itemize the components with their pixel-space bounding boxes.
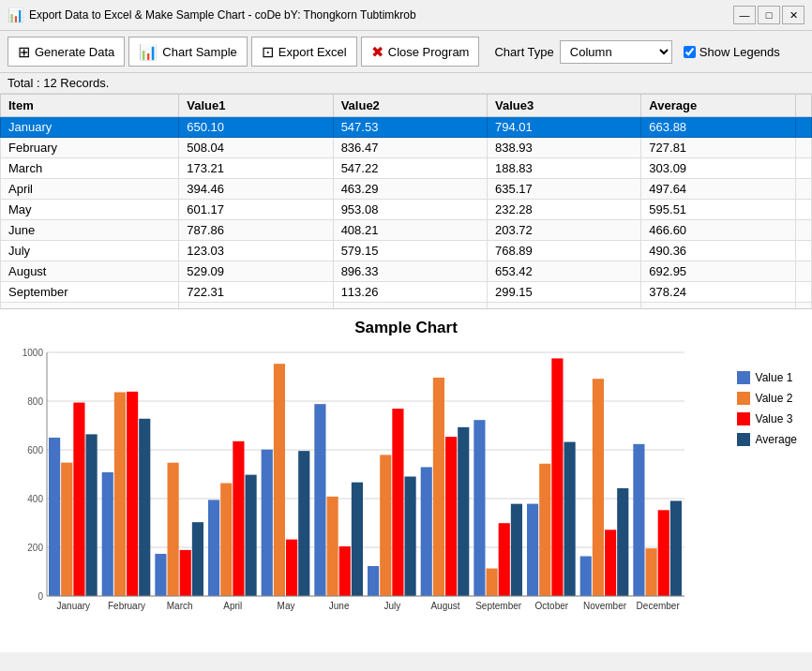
title-bar: 📊 Export Data to Excel & Make Sample Cha… <box>0 0 812 31</box>
export-icon: ⊡ <box>262 43 274 61</box>
table-cell-avg: 595.51 <box>641 200 795 220</box>
table-cell-v1: 722.31 <box>179 282 333 303</box>
table-cell-spacer <box>795 303 811 310</box>
svg-text:November: November <box>583 601 627 611</box>
table-row[interactable]: January650.10547.53794.01663.88 <box>1 117 812 138</box>
svg-rect-48 <box>433 378 444 596</box>
chart-type-select[interactable]: Column Bar Line Pie <box>560 40 672 64</box>
table-row[interactable]: February508.04836.47838.93727.81 <box>1 138 812 158</box>
table-header-row: Item Value1 Value2 Value3 Average <box>1 95 812 117</box>
table-cell-v2: 953.08 <box>333 200 487 220</box>
svg-rect-18 <box>114 393 126 596</box>
generate-data-button[interactable]: ⊞ Generate Data <box>8 37 125 67</box>
table-row[interactable]: July123.03579.15768.89490.36 <box>1 241 812 261</box>
chart-wrapper: 02004006008001000JanuaryFebruaryMarchApr… <box>9 343 722 643</box>
table-cell-spacer <box>795 241 811 261</box>
svg-rect-54 <box>499 523 510 596</box>
col-value3: Value3 <box>487 95 640 117</box>
table-row[interactable]: September722.31113.26299.15378.24 <box>1 282 812 303</box>
svg-rect-33 <box>274 364 285 596</box>
svg-rect-64 <box>605 529 616 596</box>
table-cell-avg: 490.36 <box>641 241 795 261</box>
svg-rect-69 <box>658 510 669 596</box>
svg-rect-65 <box>617 488 628 596</box>
close-program-button[interactable]: ✖ Close Program <box>361 37 480 67</box>
close-label: Close Program <box>388 45 470 59</box>
table-row[interactable]: June787.86408.21203.72466.60 <box>1 220 812 241</box>
svg-rect-55 <box>511 504 522 596</box>
chart-type-area: Chart Type Column Bar Line Pie <box>494 40 671 64</box>
table-cell-v2: 113.26 <box>333 282 487 303</box>
table-row[interactable]: May601.17953.08232.28595.51 <box>1 200 812 220</box>
table-cell-v1: 173.21 <box>179 158 333 179</box>
data-table-container[interactable]: Item Value1 Value2 Value3 Average Januar… <box>0 94 812 309</box>
table-cell-spacer <box>795 179 811 200</box>
table-cell-v3: 232.28 <box>487 200 640 220</box>
svg-rect-22 <box>155 554 166 596</box>
table-cell-v3: 299.15 <box>487 282 640 303</box>
svg-text:February: February <box>108 601 145 611</box>
table-cell-v1: 529.09 <box>179 261 333 282</box>
table-row[interactable]: March173.21547.22188.83303.09 <box>1 158 812 179</box>
svg-text:June: June <box>329 601 350 611</box>
table-cell-v3: 838.93 <box>487 138 640 158</box>
legend-color-avg <box>737 433 750 446</box>
legend-color-v1 <box>737 371 750 384</box>
table-cell-v2: 836.47 <box>333 138 487 158</box>
show-legends-label[interactable]: Show Legends <box>699 45 780 59</box>
table-cell-item: June <box>1 220 179 241</box>
svg-rect-49 <box>445 437 457 596</box>
table-cell-item: March <box>1 158 179 179</box>
chart-area: 02004006008001000JanuaryFebruaryMarchApr… <box>9 343 803 643</box>
svg-text:1000: 1000 <box>23 348 44 358</box>
svg-text:September: September <box>475 601 522 611</box>
table-cell-spacer <box>795 282 811 303</box>
svg-rect-13 <box>61 463 72 596</box>
table-row[interactable]: April394.46463.29635.17497.64 <box>1 179 812 200</box>
table-cell-item: April <box>1 179 179 200</box>
window-close-button[interactable]: ✕ <box>782 6 804 24</box>
legend-area: Value 1 Value 2 Value 3 Average <box>731 362 803 455</box>
chart-title: Sample Chart <box>9 319 803 337</box>
app-icon: 📊 <box>8 7 23 22</box>
chart-sample-button[interactable]: 📊 Chart Sample <box>128 37 247 67</box>
svg-rect-67 <box>633 444 644 596</box>
table-cell-v2: 547.22 <box>333 158 487 179</box>
table-body: January650.10547.53794.01663.88February5… <box>1 117 812 310</box>
svg-rect-15 <box>86 434 98 596</box>
svg-rect-25 <box>192 522 203 596</box>
svg-text:April: April <box>223 601 242 611</box>
status-text: Total : 12 Records. <box>8 76 109 90</box>
table-cell-v3: 768.89 <box>487 241 640 261</box>
generate-label: Generate Data <box>35 45 114 59</box>
svg-rect-39 <box>339 546 351 596</box>
svg-rect-34 <box>286 540 297 596</box>
chart-label: Chart Sample <box>162 45 236 59</box>
chart-icon: 📊 <box>139 43 158 61</box>
svg-rect-47 <box>421 467 432 596</box>
show-legends-checkbox[interactable] <box>684 46 696 58</box>
table-cell-spacer <box>795 158 811 179</box>
show-legends-area: Show Legends <box>684 45 780 59</box>
table-cell-item: September <box>1 282 179 303</box>
legend-average: Average <box>737 433 797 446</box>
svg-rect-27 <box>208 500 219 596</box>
svg-text:200: 200 <box>27 543 43 553</box>
svg-text:400: 400 <box>27 494 43 504</box>
svg-rect-12 <box>49 438 60 596</box>
svg-text:March: March <box>167 601 193 611</box>
table-row[interactable]: October378.50543.21975.30632.34 <box>1 303 812 310</box>
legend-color-v2 <box>737 392 750 405</box>
table-cell-spacer <box>795 117 811 138</box>
table-cell-v1: 508.04 <box>179 138 333 158</box>
svg-rect-70 <box>670 500 682 596</box>
svg-rect-24 <box>180 550 191 596</box>
svg-text:600: 600 <box>27 445 43 455</box>
svg-text:May: May <box>278 601 295 611</box>
export-excel-button[interactable]: ⊡ Export Excel <box>251 37 357 67</box>
table-row[interactable]: August529.09896.33653.42692.95 <box>1 261 812 282</box>
minimize-button[interactable]: — <box>733 6 756 24</box>
maximize-button[interactable]: □ <box>758 6 780 24</box>
col-average: Average <box>641 95 795 117</box>
bar-chart-svg: 02004006008001000JanuaryFebruaryMarchApr… <box>9 343 694 643</box>
